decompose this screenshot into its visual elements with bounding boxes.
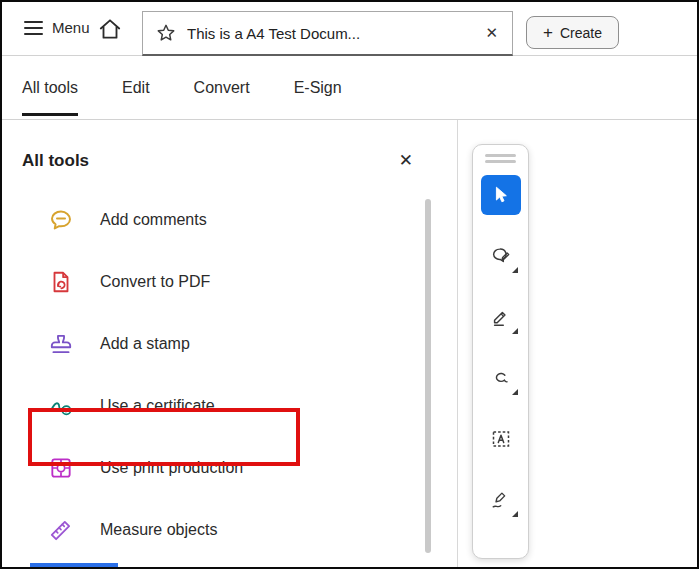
- hamburger-menu-icon[interactable]: [24, 21, 43, 36]
- home-icon: [97, 16, 123, 42]
- sign-tool-icon: [490, 489, 512, 511]
- list-item-label: Convert to PDF: [100, 273, 210, 291]
- list-item-label: Add a stamp: [100, 335, 190, 353]
- certificate-icon: [48, 393, 74, 419]
- flyout-indicator-icon: [512, 328, 518, 334]
- home-button[interactable]: [97, 16, 123, 42]
- acrobat-window: Menu This is a A4 Test Docum... ✕ + Crea…: [0, 0, 699, 569]
- list-item-measure-objects[interactable]: Measure objects: [2, 499, 457, 561]
- highlight-tool-button[interactable]: [481, 297, 521, 337]
- print-production-icon: [48, 455, 74, 481]
- select-tool-button[interactable]: [481, 175, 521, 215]
- panel-close-icon[interactable]: ✕: [399, 150, 413, 171]
- tab-convert[interactable]: Convert: [194, 57, 250, 119]
- plus-icon: +: [543, 24, 553, 41]
- mode-navbar: All tools Edit Convert E-Sign: [2, 57, 697, 120]
- panel-header: All tools ✕: [2, 120, 457, 171]
- all-tools-panel: All tools ✕ Add comments Convert to PDF: [2, 120, 458, 567]
- draw-tool-icon: [490, 367, 512, 389]
- tool-list: Add comments Convert to PDF Add a stamp: [2, 189, 457, 561]
- comment-tool-icon: [490, 245, 512, 267]
- create-button[interactable]: + Create: [526, 16, 619, 49]
- flyout-indicator-icon: [512, 267, 518, 273]
- text-box-icon: [489, 427, 513, 451]
- list-item-use-a-certificate[interactable]: Use a certificate: [2, 375, 457, 437]
- list-item-label: Measure objects: [100, 521, 217, 539]
- panel-scrollbar[interactable]: [425, 199, 431, 553]
- toolbar-drag-handle[interactable]: [485, 154, 516, 163]
- create-button-label: Create: [560, 25, 602, 41]
- tab-esign[interactable]: E-Sign: [294, 57, 342, 119]
- list-item-label: Use print production: [100, 459, 243, 477]
- comment-icon: [48, 207, 74, 233]
- flyout-indicator-icon: [512, 389, 518, 395]
- quick-tools-toolbar: [472, 144, 529, 559]
- partial-blue-element: [30, 563, 118, 569]
- comment-tool-button[interactable]: [481, 236, 521, 276]
- list-item-label: Add comments: [100, 211, 207, 229]
- convert-pdf-icon: [48, 269, 74, 295]
- panel-title: All tools: [22, 151, 89, 171]
- tab-all-tools[interactable]: All tools: [22, 57, 78, 119]
- tab-edit[interactable]: Edit: [122, 57, 150, 119]
- highlight-tool-icon: [490, 306, 512, 328]
- sign-tool-button[interactable]: [481, 480, 521, 520]
- list-item-convert-to-pdf[interactable]: Convert to PDF: [2, 251, 457, 313]
- star-icon[interactable]: [155, 22, 177, 44]
- measure-icon: [48, 517, 74, 543]
- tab-close-icon[interactable]: ✕: [483, 24, 500, 42]
- list-item-add-comments[interactable]: Add comments: [2, 189, 457, 251]
- select-arrow-icon: [490, 184, 512, 206]
- menu-button[interactable]: Menu: [52, 19, 90, 36]
- stamp-icon: [48, 331, 74, 357]
- document-tab-title: This is a A4 Test Docum...: [187, 25, 473, 42]
- list-item-add-a-stamp[interactable]: Add a stamp: [2, 313, 457, 375]
- list-item-use-print-production[interactable]: Use print production: [2, 437, 457, 499]
- list-item-label: Use a certificate: [100, 397, 215, 415]
- document-tab[interactable]: This is a A4 Test Docum... ✕: [142, 11, 513, 56]
- text-box-tool-button[interactable]: [481, 419, 521, 459]
- draw-tool-button[interactable]: [481, 358, 521, 398]
- flyout-indicator-icon: [512, 511, 518, 517]
- top-bar: Menu This is a A4 Test Docum... ✕ + Crea…: [2, 2, 697, 56]
- toolbar-buttons: [481, 175, 521, 520]
